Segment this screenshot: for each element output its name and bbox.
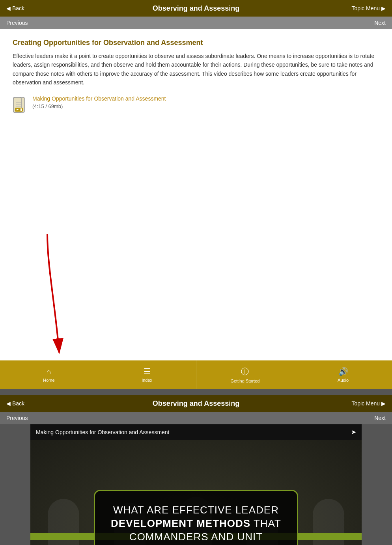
overlay-back-arrow-icon: ◀ <box>6 400 11 407</box>
main-content-area: Creating Opportunities for Observation a… <box>0 29 392 250</box>
toolbar-index-label: Index <box>142 378 152 383</box>
info-icon: ⓘ <box>241 366 249 377</box>
toolbar-index[interactable]: ☰ Index <box>98 360 196 389</box>
topic-menu-label: Topic Menu <box>351 5 380 11</box>
page-title: Observing and Assessing <box>153 4 239 13</box>
overlay-top-navigation: ◀ Back Observing and Assessing Topic Men… <box>0 395 392 412</box>
red-arrow-svg <box>24 226 95 368</box>
toolbar-home-label: Home <box>43 378 54 383</box>
video-link-area: Making Opportunities for Observation and… <box>13 95 379 112</box>
video-text-line2-normal: THAT <box>250 517 281 529</box>
overlay-secondary-navigation: Previous Next <box>0 412 392 424</box>
top-navigation: ◀ Back Observing and Assessing Topic Men… <box>0 0 392 17</box>
overlay-page-title: Observing and Assessing <box>153 399 239 408</box>
content-title: Creating Opportunities for Observation a… <box>13 39 379 47</box>
topic-menu-arrow-icon: ▶ <box>381 5 386 11</box>
topic-menu-button[interactable]: Topic Menu ▶ <box>351 5 386 11</box>
content-body: Effective leaders make it a point to cre… <box>13 52 379 87</box>
video-link-text: Making Opportunities for Observation and… <box>32 95 166 110</box>
svg-rect-8 <box>21 108 22 111</box>
overlay-next-button[interactable]: Next <box>374 415 386 421</box>
video-player-title: Making Opportunities for Observation and… <box>36 429 170 435</box>
video-file-icon <box>13 97 28 112</box>
index-icon: ☰ <box>144 367 151 376</box>
video-text-line2-bold: DEVELOPMENT METHODS <box>111 517 250 529</box>
secondary-navigation: Previous Next <box>0 17 392 29</box>
video-player-container: Making Opportunities for Observation and… <box>30 424 362 545</box>
video-text-line2: DEVELOPMENT METHODS THAT <box>111 517 281 530</box>
overlay-previous-button[interactable]: Previous <box>6 415 28 421</box>
video-link[interactable]: Making Opportunities for Observation and… <box>32 95 166 102</box>
video-text-line1: WHAT ARE EFFECTIVE LEADER <box>111 504 281 517</box>
video-text-line3: COMMANDERS AND UNIT <box>111 530 281 544</box>
next-button[interactable]: Next <box>374 20 386 26</box>
back-arrow-icon: ◀ <box>6 5 11 11</box>
video-text-overlay: WHAT ARE EFFECTIVE LEADER DEVELOPMENT ME… <box>94 490 298 545</box>
toolbar-getting-started[interactable]: ⓘ Getting Started <box>196 360 295 389</box>
overlay-topic-menu-button[interactable]: Topic Menu ▶ <box>351 400 386 407</box>
video-duration: (4:15 / 69mb) <box>32 103 166 109</box>
toolbar-audio[interactable]: 🔊 Audio <box>294 360 392 389</box>
toolbar-audio-label: Audio <box>338 378 349 383</box>
share-button[interactable]: ➤ <box>351 428 356 436</box>
overlay-back-button[interactable]: ◀ Back <box>6 400 24 407</box>
toolbar-getting-started-label: Getting Started <box>230 379 259 383</box>
video-title-bar: Making Opportunities for Observation and… <box>30 424 362 440</box>
svg-rect-7 <box>20 108 21 111</box>
audio-icon: 🔊 <box>338 367 348 376</box>
arrow-overlay-area <box>0 250 392 360</box>
back-label: Back <box>12 5 24 11</box>
video-frame[interactable]: WHAT ARE EFFECTIVE LEADER DEVELOPMENT ME… <box>30 440 362 545</box>
overlay-back-label: Back <box>12 400 24 407</box>
overlay-topic-menu-arrow-icon: ▶ <box>381 400 386 407</box>
dark-overlay-section: ◀ Back Observing and Assessing Topic Men… <box>0 389 392 545</box>
back-button[interactable]: ◀ Back <box>6 5 24 11</box>
previous-button[interactable]: Previous <box>6 20 28 26</box>
overlay-topic-menu-label: Topic Menu <box>351 400 380 407</box>
